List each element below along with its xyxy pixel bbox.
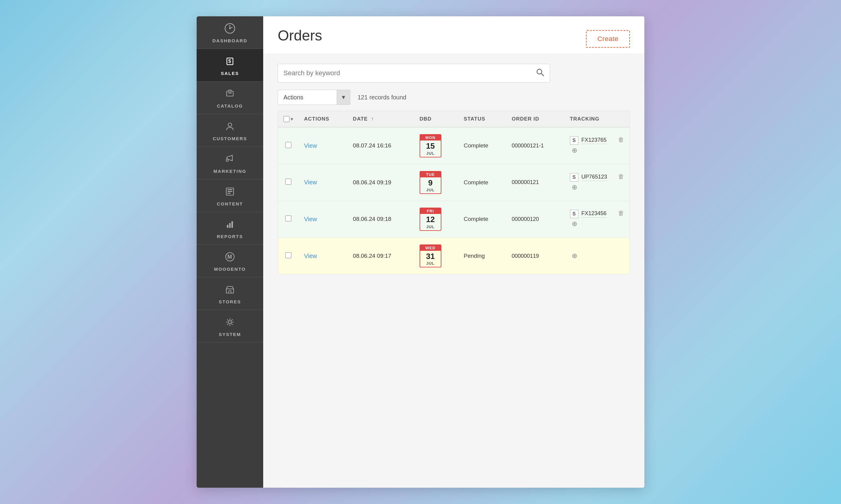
view-link[interactable]: View (304, 253, 317, 259)
checkbox-dropdown-icon[interactable]: ▾ (291, 116, 293, 122)
sidebar: DASHBOARD $ SALES CATALOG (196, 16, 263, 488)
view-link[interactable]: View (304, 216, 317, 222)
sidebar-label-catalog: CATALOG (217, 103, 243, 108)
row-orderid-cell: 000000121 (506, 164, 564, 201)
moogento-icon: M (224, 251, 235, 265)
delete-tracking-button[interactable]: 🗑 (618, 173, 624, 180)
content-area: Actions ▼ 121 records found ▾ (263, 54, 645, 284)
delete-tracking-button[interactable]: 🗑 (618, 136, 624, 143)
add-tracking-button[interactable]: ⊕ (570, 251, 579, 260)
view-link[interactable]: View (304, 142, 317, 149)
sidebar-label-dashboard: DASHBOARD (212, 38, 247, 43)
sidebar-item-reports[interactable]: REPORTS (196, 212, 263, 245)
add-tracking-button[interactable]: ⊕ (570, 219, 579, 229)
view-link[interactable]: View (304, 179, 317, 185)
svg-rect-18 (226, 289, 234, 293)
svg-rect-19 (229, 291, 231, 293)
sidebar-label-reports: REPORTS (217, 234, 243, 239)
cal-day-name: TUE (420, 172, 441, 177)
calendar-badge: FRI 12 JUL (419, 208, 441, 231)
row-dbd-cell: TUE 9 JUL (414, 164, 458, 201)
actions-dropdown[interactable]: Actions ▼ (278, 90, 350, 105)
select-all-checkbox[interactable] (284, 116, 290, 122)
svg-rect-13 (227, 225, 228, 228)
sidebar-label-moogento: MOOGENTO (214, 267, 246, 272)
cal-day-num: 12 (426, 214, 435, 224)
stores-icon (224, 284, 235, 297)
row-checkbox[interactable] (285, 179, 291, 185)
sales-icon: $ (224, 56, 235, 69)
create-button[interactable]: Create (586, 30, 630, 48)
cal-day-name: FRI (420, 208, 441, 214)
row-tracking-cell: ⊕ (565, 237, 630, 274)
row-status-cell: Complete (458, 164, 507, 201)
col-tracking: TRACKING (565, 111, 630, 127)
dropdown-arrow-icon[interactable]: ▼ (337, 90, 350, 105)
row-tracking-cell: S UP765123 🗑 ⊕ (565, 164, 630, 201)
row-dbd-cell: MON 15 JUL (414, 127, 458, 164)
tracking-carrier-button[interactable]: S (570, 173, 579, 182)
orders-table: ▾ ACTIONS DATE ↑ DBD STATUS ORDER ID TRA… (278, 111, 630, 274)
row-actions-cell: View (298, 237, 348, 274)
content-icon (224, 186, 235, 199)
svg-text:$: $ (228, 59, 231, 64)
svg-rect-10 (227, 189, 232, 190)
row-checkbox-cell (278, 164, 299, 201)
row-orderid-cell: 000000120 (506, 201, 564, 238)
sidebar-item-dashboard[interactable]: DASHBOARD (196, 16, 263, 49)
row-actions-cell: View (298, 164, 348, 201)
add-tracking-button[interactable]: ⊕ (570, 183, 579, 192)
actions-row: Actions ▼ 121 records found (278, 90, 630, 105)
cal-day-num: 9 (428, 177, 433, 188)
table-row: View 08.07.24 16:16 MON 15 JUL Complete … (278, 127, 630, 164)
calendar-badge: TUE 9 JUL (419, 171, 441, 194)
cal-month: JUL (426, 261, 435, 267)
row-checkbox[interactable] (285, 215, 291, 221)
sidebar-item-moogento[interactable]: M MOOGENTO (196, 245, 263, 277)
tracking-cell: S FX123456 🗑 ⊕ (570, 210, 624, 229)
sidebar-label-sales: SALES (221, 71, 239, 76)
svg-line-22 (542, 73, 544, 76)
row-checkbox-cell (278, 201, 299, 238)
cal-day-num: 15 (426, 141, 435, 151)
row-checkbox-cell (278, 237, 299, 274)
sidebar-item-marketing[interactable]: MARKETING (196, 147, 263, 179)
header-checkbox-cell: ▾ (278, 111, 299, 127)
row-date-cell: 08.06.24 09:18 (348, 201, 414, 238)
delete-tracking-button[interactable]: 🗑 (618, 210, 624, 217)
page-title: Orders (278, 27, 322, 44)
svg-rect-14 (229, 223, 231, 228)
row-date-cell: 08.06.24 09:17 (348, 237, 414, 274)
status-badge: Pending (464, 253, 485, 259)
col-date[interactable]: DATE ↑ (348, 111, 414, 127)
sidebar-item-system[interactable]: SYSTEM (196, 310, 263, 343)
sidebar-item-sales[interactable]: $ SALES (196, 49, 263, 82)
search-input[interactable] (284, 69, 536, 77)
tracking-carrier-button[interactable]: S (570, 210, 579, 218)
search-icon[interactable] (536, 68, 544, 78)
row-checkbox[interactable] (285, 142, 291, 148)
sidebar-item-content[interactable]: CONTENT (196, 179, 263, 212)
svg-point-6 (228, 123, 232, 127)
sidebar-label-customers: CUSTOMERS (213, 136, 247, 141)
row-orderid-cell: 000000119 (506, 237, 564, 274)
row-date-cell: 08.07.24 16:16 (348, 127, 414, 164)
calendar-badge: WED 31 JUL (419, 245, 441, 268)
sidebar-item-stores[interactable]: STORES (196, 277, 263, 310)
tracking-cell: S UP765123 🗑 ⊕ (570, 173, 624, 192)
tracking-entry: S FX123765 🗑 (570, 136, 624, 145)
svg-rect-5 (228, 92, 232, 93)
row-date-cell: 08.06.24 09:19 (348, 164, 414, 201)
status-badge: Complete (464, 142, 488, 149)
sidebar-label-content: CONTENT (217, 201, 243, 206)
svg-rect-11 (227, 191, 232, 192)
sidebar-item-customers[interactable]: CUSTOMERS (196, 114, 263, 147)
row-checkbox[interactable] (285, 252, 291, 258)
svg-rect-4 (227, 91, 233, 96)
row-status-cell: Pending (458, 237, 507, 274)
tracking-carrier-button[interactable]: S (570, 136, 579, 145)
row-dbd-cell: WED 31 JUL (414, 237, 458, 274)
row-tracking-cell: S FX123765 🗑 ⊕ (565, 127, 630, 164)
sidebar-item-catalog[interactable]: CATALOG (196, 82, 263, 114)
add-tracking-button[interactable]: ⊕ (570, 146, 579, 155)
